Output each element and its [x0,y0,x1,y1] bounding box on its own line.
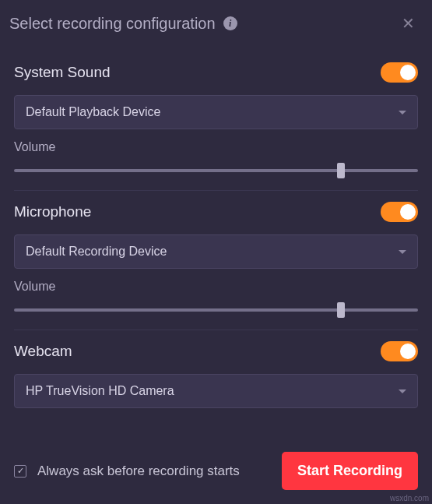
microphone-toggle[interactable] [381,202,418,222]
slider-thumb[interactable] [337,163,345,178]
dialog-content: System Sound Default Playback Device Vol… [0,44,432,422]
system-sound-toggle[interactable] [381,62,418,83]
slider-thumb[interactable] [337,302,345,318]
slider-track [14,308,418,312]
footer-left: ✓ Always ask before recording starts [14,463,240,479]
system-sound-device-text: Default Playback Device [26,105,160,119]
dialog-footer: ✓ Always ask before recording starts Sta… [0,438,432,504]
dialog-title: Select recording configuration [9,15,216,33]
system-sound-volume-label: Volume [14,140,418,154]
start-recording-button[interactable]: Start Recording [282,452,418,490]
microphone-volume-label: Volume [14,280,418,294]
microphone-volume-slider[interactable] [14,305,418,315]
system-sound-section: System Sound Default Playback Device Vol… [14,51,418,190]
microphone-title: Microphone [14,203,91,220]
chevron-down-icon [399,389,406,393]
chevron-down-icon [399,111,406,115]
microphone-section: Microphone Default Recording Device Volu… [14,191,418,330]
chevron-down-icon [399,250,406,254]
microphone-device-text: Default Recording Device [26,245,167,259]
slider-track [14,169,418,172]
webcam-header-row: Webcam [14,341,418,361]
always-ask-label: Always ask before recording starts [37,463,240,479]
webcam-toggle[interactable] [381,341,418,361]
dialog-header: Select recording configuration i ✕ [0,0,432,44]
microphone-header-row: Microphone [14,202,418,222]
watermark-text: wsxdn.com [390,494,429,502]
header-left: Select recording configuration i [9,15,237,33]
info-icon[interactable]: i [223,16,237,30]
system-sound-device-select[interactable]: Default Playback Device [14,95,418,129]
system-sound-header-row: System Sound [14,62,418,83]
always-ask-checkbox[interactable]: ✓ [14,465,26,478]
webcam-device-text: HP TrueVision HD Camera [26,384,174,398]
checkmark-icon: ✓ [17,467,24,475]
microphone-device-select[interactable]: Default Recording Device [14,234,418,269]
webcam-title: Webcam [14,343,72,360]
system-sound-title: System Sound [14,64,111,81]
webcam-section: Webcam HP TrueVision HD Camera [14,330,418,422]
close-icon[interactable]: ✕ [399,11,418,36]
system-sound-volume-slider[interactable] [14,165,418,176]
webcam-device-select[interactable]: HP TrueVision HD Camera [14,374,418,408]
